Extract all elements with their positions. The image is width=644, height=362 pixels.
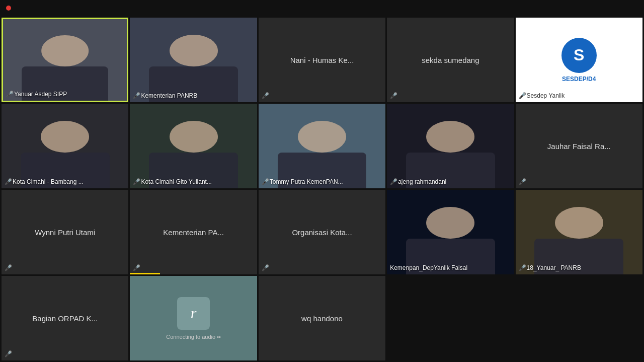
top-bar <box>0 0 644 16</box>
grid-cell-5: 🎤Kota Cimahi - Bambang ... <box>2 104 128 188</box>
recording-dot <box>6 6 11 11</box>
grid-cell-4: S SESDEP/D4 🎤Sesdep Yanlik🎤 <box>516 18 642 102</box>
grid-cell-11: Kementerian PA...🎤 <box>130 190 257 274</box>
grid-cell-1: 🎤Kementerian PANRB <box>130 18 257 102</box>
mic-muted-icon: 🎤 <box>262 264 269 271</box>
grid-cell-16: r Connecting to audio •• <box>130 276 257 360</box>
grid-cell-8: 🎤ajeng rahmandani <box>387 104 514 188</box>
grid-cell-9: Jauhar Faisal Ra...🎤 <box>516 104 642 188</box>
video-grid: 🎤Yanuar Asdep SIPP 🎤Kementerian PANRBNan… <box>0 16 644 362</box>
mic-on-icon: 🎤 <box>519 264 526 271</box>
grid-cell-17: wq handono <box>259 276 385 360</box>
mic-muted-icon: 🎤 <box>262 92 269 99</box>
grid-cell-7: 🎤Tommy Putra KemenPAN... <box>259 104 385 188</box>
mic-muted-icon: 🎤 <box>5 264 12 271</box>
mic-muted-icon: 🎤 <box>5 350 12 357</box>
mic-muted-icon: 🎤 <box>519 178 526 185</box>
mic-muted-icon: 🎤 <box>5 178 12 185</box>
mic-on-icon: 🎤 <box>133 92 140 99</box>
mic-on-icon: 🎤 <box>390 178 397 185</box>
mic-on-icon: 🎤 <box>262 178 269 185</box>
grid-cell-0: 🎤Yanuar Asdep SIPP <box>2 18 128 102</box>
grid-cell-14: 🎤18_Yanuar_ PANRB <box>516 190 642 274</box>
mic-muted-icon: 🎤 <box>133 264 140 271</box>
grid-cell-13: Kemenpan_DepYanlik Faisal <box>387 190 514 274</box>
grid-cell-15: Bagian ORPAD K...🎤 <box>2 276 128 360</box>
grid-cell-10: Wynni Putri Utami🎤 <box>2 190 128 274</box>
grid-cell-3: sekda sumedang🎤 <box>387 18 514 102</box>
grid-cell-6: 🎤Kota Cimahi-Gito Yuliant... <box>130 104 257 188</box>
mic-on-icon: 🎤 <box>6 91 14 98</box>
mic-muted-icon: 🎤 <box>390 92 397 99</box>
mic-on-icon: 🎤 <box>133 178 140 185</box>
grid-cell-2: Nani - Humas Ke...🎤 <box>259 18 385 102</box>
grid-cell-12: Organisasi Kota...🎤 <box>259 190 385 274</box>
